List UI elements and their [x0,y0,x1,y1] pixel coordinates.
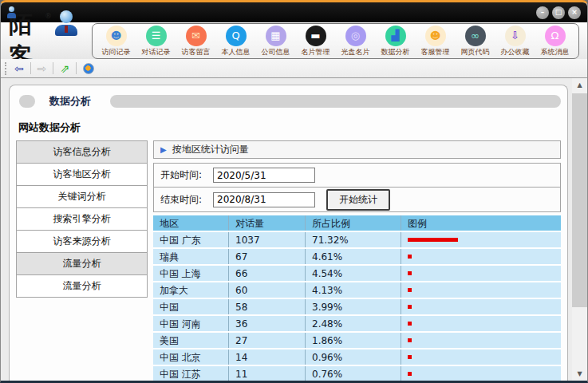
dialogs-cell: 60 [229,282,306,298]
toolbar-item-8[interactable]: ☻客服管理 [417,26,453,57]
region-cell: 加拿大 [153,282,229,298]
toolbar-item-label: 访客留言 [178,47,214,57]
main-toolbar: ☻访问记录☰对话记录✉访客留言Q本人信息▦公司信息▬名片管理◎光盘名片▟数据分析… [92,23,579,59]
legend-bar [408,255,412,259]
sidebar-item-1[interactable]: 访客地区分析 [16,163,148,186]
legend-cell [401,349,561,365]
end-time-input[interactable] [213,192,315,207]
column-header: 地区 [153,215,229,231]
vertical-scrollbar[interactable]: ▲ ▼ [572,78,587,381]
region-cell: 中国 上海 [153,266,229,281]
scrollbar-thumb[interactable] [572,93,587,307]
toolbar-item-9[interactable]: ∞网页代码 [457,26,493,57]
percent-cell: 4.13% [306,282,401,298]
chat-records-icon: ☰ [146,26,167,46]
toolbar-item-label: 办公收藏 [497,47,533,57]
visitor-message-icon: ✉ [186,26,207,46]
logo-avatar-icon [55,10,77,39]
toolbar-item-4[interactable]: ▦公司信息 [258,26,294,57]
dialogs-cell: 67 [229,249,306,264]
toolbar-item-11[interactable]: Ω系统消息 [537,26,573,57]
toolbar-item-label: 数据分析 [377,47,413,57]
start-time-label: 开始时间: [160,168,213,182]
sidebar-item-4[interactable]: 访客来源分析 [16,230,148,253]
minimize-button[interactable]: – [536,6,549,19]
system-message-icon: Ω [545,26,566,46]
table-row: 中国583.99% [153,299,561,316]
start-statistics-button[interactable]: 开始统计 [326,189,390,211]
content-area: 数据分析 网站数据分析 访客信息分析访客地区分析关键词分析搜索引擎分析访客来源分… [1,78,587,381]
dialogs-cell: 27 [229,333,306,348]
percent-cell: 71.32% [306,232,401,247]
dialogs-cell: 1037 [229,232,306,247]
legend-cell [401,249,561,264]
company-info-icon: ▦ [266,26,286,46]
toolbar-item-label: 系统消息 [537,47,573,57]
table-row: 中国 江苏110.76% [153,366,561,381]
sidebar-item-0[interactable]: 访客信息分析 [16,140,148,164]
forward-icon[interactable]: ⇨ [34,61,51,77]
legend-cell [401,232,561,247]
back-icon[interactable]: ⇦ [10,61,28,77]
header-pill-right [110,95,561,108]
legend-bar [408,322,412,326]
my-info-icon: Q [226,26,247,46]
percent-cell: 4.54% [306,266,401,281]
toolbar-item-10[interactable]: ⇩办公收藏 [497,26,533,57]
legend-bar [408,355,412,359]
cd-card-icon: ◎ [345,26,366,46]
stat-section-header: ▶ 按地区统计访问量 [153,140,561,159]
stat-section-title: 按地区统计访问量 [172,143,249,156]
scroll-down-icon[interactable]: ▼ [572,367,587,381]
region-cell: 中国 广东 [153,232,229,247]
percent-cell: 1.86% [306,333,401,348]
toolbar-item-label: 访问记录 [98,47,134,57]
legend-bar [408,305,412,309]
sidebar-item-3[interactable]: 搜索引擎分析 [16,207,148,231]
nav-toolbar: ⇦ ⇨ ⇗ [1,59,587,78]
analysis-sidebar: 访客信息分析访客地区分析关键词分析搜索引擎分析访客来源分析流量分析流量分析 [16,140,148,298]
toolbar-item-7[interactable]: ▟数据分析 [377,26,413,57]
maximize-button[interactable]: □ [552,6,565,19]
sidebar-item-5[interactable]: 流量分析 [16,252,148,275]
table-header-row: 地区对话量所占比例图例 [153,215,561,232]
toolbar-item-label: 光盘名片 [337,47,373,57]
percent-cell: 3.99% [306,299,401,314]
toolbar-item-label: 名片管理 [298,47,333,57]
table-row: 美国271.86% [153,333,561,349]
toolbar-item-label: 对话记录 [138,47,174,57]
legend-bar [408,338,412,342]
header-pill-left [19,95,35,108]
column-header: 图例 [401,215,561,231]
legend-cell [401,282,561,298]
toolbar-item-3[interactable]: Q本人信息 [218,26,254,57]
home-globe-icon[interactable] [83,63,94,74]
toolbar-item-6[interactable]: ◎光盘名片 [337,26,373,57]
toolbar-item-2[interactable]: ✉访客留言 [178,26,214,57]
legend-cell [401,266,561,281]
data-analysis-icon: ▟ [385,26,406,46]
toolbar-item-label: 客服管理 [417,47,453,57]
sidebar-item-6[interactable]: 流量分析 [16,274,148,298]
toolbar-item-5[interactable]: ▬名片管理 [298,26,333,57]
close-button[interactable]: × [568,6,581,19]
toolbar-item-label: 网页代码 [457,47,493,57]
toolbar-item-1[interactable]: ☰对话记录 [138,26,174,57]
region-cell: 中国 北京 [153,349,229,365]
percent-cell: 4.61% [306,249,401,264]
legend-cell [401,333,561,348]
end-time-label: 结束时间: [160,193,213,207]
header-band: 陌客 ® ☻访问记录☰对话记录✉访客留言Q本人信息▦公司信息▬名片管理◎光盘名片… [1,22,587,59]
page-title: 数据分析 [49,94,91,109]
scrollbar-track[interactable] [572,92,587,367]
percent-cell: 2.48% [306,316,401,331]
start-time-input[interactable] [213,168,315,183]
table-row: 加拿大604.13% [153,282,561,299]
toolbar-grip [5,62,6,75]
scroll-up-icon[interactable]: ▲ [572,78,587,92]
toolbar-item-0[interactable]: ☻访问记录 [98,26,134,57]
web-code-icon: ∞ [465,26,486,46]
refresh-icon[interactable]: ⇗ [56,61,73,77]
sidebar-item-2[interactable]: 关键词分析 [16,185,148,208]
dialogs-cell: 66 [229,266,306,281]
